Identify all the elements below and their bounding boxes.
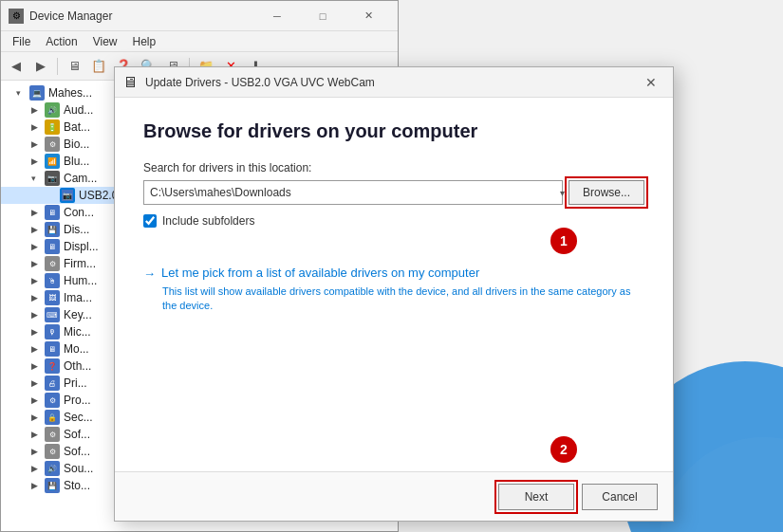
menu-file[interactable]: File <box>5 33 38 50</box>
search-label: Search for drivers in this location: <box>143 161 644 174</box>
item-icon: 🖨 <box>45 376 60 391</box>
pick-link[interactable]: → Let me pick from a list of available d… <box>143 266 644 281</box>
window-title: Device Manager <box>29 9 255 23</box>
menu-action[interactable]: Action <box>38 33 84 50</box>
menu-help[interactable]: Help <box>125 33 164 50</box>
item-icon: ⚙ <box>45 444 60 459</box>
item-icon: 💾 <box>45 478 60 493</box>
cancel-button[interactable]: Cancel <box>582 484 658 510</box>
include-subfolders-label: Include subfolders <box>162 214 254 228</box>
item-icon: ⌨ <box>45 307 60 322</box>
computer-icon[interactable]: 🖥 <box>63 56 85 77</box>
update-drivers-dialog: 🖥 Update Drivers - USB2.0 VGA UVC WebCam… <box>114 66 674 522</box>
title-bar: ⚙ Device Manager ─ □ ✕ <box>1 1 398 31</box>
svg-point-1 <box>660 437 783 532</box>
include-subfolders-row: Include subfolders <box>143 214 644 228</box>
dialog-heading: Browse for drivers on your computer <box>143 120 644 142</box>
path-input[interactable] <box>143 180 563 205</box>
item-icon: 🖥 <box>45 205 60 220</box>
item-icon: ⚙ <box>45 393 60 408</box>
dialog-title: Update Drivers - USB2.0 VGA UVC WebCam <box>145 76 375 89</box>
pick-link-section: → Let me pick from a list of available d… <box>143 266 644 314</box>
computer-icon: 💻 <box>29 85 45 101</box>
next-button[interactable]: Next <box>498 484 574 510</box>
close-button[interactable]: ✕ <box>346 1 390 31</box>
item-icon: 🖼 <box>45 290 60 305</box>
item-icon: 🖱 <box>45 273 60 288</box>
item-icon: 🔊 <box>45 461 60 476</box>
item-icon: 🔊 <box>45 102 60 118</box>
back-button[interactable]: ◀ <box>5 56 28 77</box>
item-icon: ⚙ <box>45 256 60 271</box>
dialog-title-section: 🖥 Update Drivers - USB2.0 VGA UVC WebCam <box>122 74 375 91</box>
item-icon: 💾 <box>45 222 60 237</box>
pick-link-description: This list will show available drivers co… <box>162 284 644 314</box>
item-icon: 📷 <box>45 171 60 186</box>
item-icon: 🖥 <box>45 239 60 254</box>
item-icon: ⚙ <box>45 427 60 442</box>
item-icon: ⚙ <box>45 137 60 152</box>
driver-dialog-icon: 🖥 <box>122 74 138 91</box>
item-icon: 🎙 <box>45 324 60 339</box>
item-icon: 🖥 <box>45 341 60 357</box>
pick-link-arrow-icon: → <box>143 266 156 281</box>
menu-view[interactable]: View <box>85 33 125 50</box>
title-bar-controls: ─ □ ✕ <box>255 1 390 31</box>
pick-link-text: Let me pick from a list of available dri… <box>161 266 479 280</box>
browse-button[interactable]: Browse... <box>569 180 644 205</box>
item-icon: 📶 <box>45 154 60 169</box>
dialog-title-bar: 🖥 Update Drivers - USB2.0 VGA UVC WebCam… <box>115 67 673 98</box>
menu-bar: File Action View Help <box>1 31 398 52</box>
dialog-close-button[interactable]: ✕ <box>637 68 665 97</box>
minimize-button[interactable]: ─ <box>255 1 299 31</box>
device-manager-icon: ⚙ <box>9 9 24 24</box>
properties-icon[interactable]: 📋 <box>87 56 110 77</box>
include-subfolders-checkbox[interactable] <box>143 214 157 228</box>
item-icon: 🔋 <box>45 119 60 135</box>
item-icon: 🔒 <box>45 410 60 425</box>
dialog-body: Browse for drivers on your computer Sear… <box>115 98 673 471</box>
badge-1: 1 <box>550 228 577 254</box>
webcam-icon: 📷 <box>60 188 75 203</box>
forward-button[interactable]: ▶ <box>29 56 52 77</box>
badge-2: 2 <box>550 436 577 463</box>
dialog-footer: Next Cancel <box>115 471 673 521</box>
item-icon: ❓ <box>45 358 60 374</box>
toolbar-separator-1 <box>57 58 58 75</box>
path-input-row: ▾ Browse... <box>143 180 644 205</box>
maximize-button[interactable]: □ <box>301 1 345 31</box>
